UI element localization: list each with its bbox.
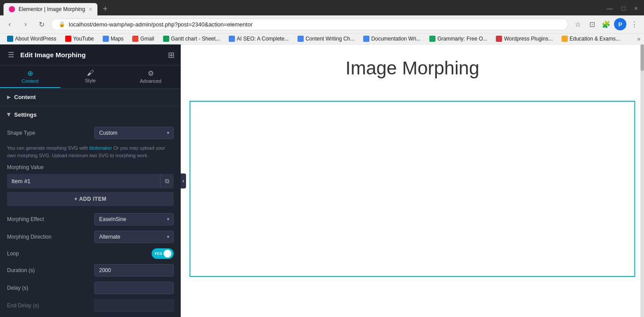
- morphing-effect-label: Morphing Effect: [7, 216, 94, 222]
- morphing-effect-select[interactable]: EaseInSine Linear EaseIn EaseOut: [94, 213, 174, 225]
- morphing-effect-select-wrapper: EaseInSine Linear EaseIn EaseOut: [94, 213, 174, 225]
- loop-toggle[interactable]: YES: [152, 248, 174, 259]
- tab-style[interactable]: 🖌 Style: [60, 66, 121, 88]
- canvas-area: Image Morphing ‹: [181, 44, 644, 317]
- shape-type-row: Shape Type Custom Preset: [7, 127, 174, 139]
- content-tab-label: Content: [22, 78, 39, 84]
- bookmark-content-writing[interactable]: Content Writing Ch...: [294, 35, 358, 43]
- bookmark-grammarly[interactable]: Grammarly: Free O...: [426, 35, 491, 43]
- forward-button[interactable]: ›: [19, 18, 32, 30]
- shape-type-select[interactable]: Custom Preset: [94, 127, 174, 139]
- item-copy-button[interactable]: ⧉: [160, 174, 174, 188]
- settings-section-label: Settings: [14, 111, 37, 118]
- bookmark-favicon: [298, 36, 304, 42]
- tab-bar: Elementor | Image Morphing × + — □ ×: [0, 0, 644, 15]
- profile-btn[interactable]: P: [614, 18, 626, 30]
- bookmark-label: Gantt chart - Sheet...: [171, 36, 220, 42]
- content-section-label: Content: [14, 94, 36, 100]
- bookmark-label: Grammarly: Free O...: [437, 36, 487, 42]
- help-text: You can generate morphing SVG with blobm…: [7, 144, 174, 159]
- end-delay-row: End Delay (s): [7, 299, 174, 312]
- bookmark-label: Gmail: [140, 36, 154, 42]
- settings-section-header[interactable]: ▶ Settings: [0, 106, 181, 123]
- morphing-effect-row: Morphing Effect EaseInSine Linear EaseIn…: [7, 213, 174, 225]
- toggle-yes-label: YES: [154, 251, 162, 256]
- morphing-direction-select-wrapper: Alternate Normal Reverse: [94, 231, 174, 243]
- panel-header: ☰ Edit Image Morphing ⊞: [0, 44, 181, 66]
- hamburger-button[interactable]: ☰: [6, 49, 16, 61]
- reload-button[interactable]: ↻: [35, 18, 48, 30]
- end-delay-control: [94, 299, 174, 312]
- style-tab-icon: 🖌: [87, 69, 94, 77]
- close-btn[interactable]: ×: [632, 4, 640, 13]
- bookmark-maps[interactable]: Maps: [99, 35, 127, 43]
- bookmark-label: Wordpress Plugins...: [504, 36, 553, 42]
- url-bar[interactable]: 🔒 localhost/demo-wamp/wp-admin/post.php?…: [51, 18, 568, 30]
- bookmark-wp-plugins[interactable]: Wordpress Plugins...: [492, 35, 556, 43]
- bookmark-favicon: [7, 36, 13, 42]
- add-item-button[interactable]: + ADD ITEM: [7, 192, 174, 206]
- bookmarks-more-btn[interactable]: »: [637, 35, 640, 42]
- loop-toggle-container: YES: [152, 248, 174, 259]
- bookmark-label: Maps: [111, 36, 123, 42]
- bookmark-label: AI SEO: A Complete...: [237, 36, 289, 42]
- end-delay-input[interactable]: [94, 299, 174, 312]
- scrollbar-thumb[interactable]: [640, 44, 644, 71]
- scrollbar-track: [640, 44, 644, 317]
- tab-advanced[interactable]: ⚙ Advanced: [120, 66, 181, 88]
- maximize-btn[interactable]: □: [619, 4, 628, 13]
- morphing-direction-select[interactable]: Alternate Normal Reverse: [94, 231, 174, 243]
- canvas-widget-box[interactable]: [190, 101, 635, 277]
- bookmark-star-btn[interactable]: ☆: [572, 18, 584, 30]
- delay-control: [94, 282, 174, 294]
- panel-collapse-handle[interactable]: ‹: [181, 173, 186, 188]
- bookmark-wordpress[interactable]: About WordPress: [4, 35, 60, 43]
- duration-input[interactable]: [94, 264, 174, 276]
- more-options-btn[interactable]: ⋮: [628, 18, 640, 30]
- shape-type-label: Shape Type: [7, 130, 94, 136]
- content-section-header[interactable]: ▶ Content: [0, 88, 181, 106]
- bookmark-favicon: [496, 36, 502, 42]
- advanced-tab-label: Advanced: [140, 78, 161, 84]
- active-tab[interactable]: Elementor | Image Morphing ×: [4, 3, 97, 15]
- duration-control: [94, 264, 174, 276]
- bookmark-gantt[interactable]: Gantt chart - Sheet...: [160, 35, 223, 43]
- loop-label: Loop: [7, 251, 152, 257]
- item-input[interactable]: [7, 174, 160, 188]
- settings-section: ▶ Settings Shape Type Custom Preset: [0, 106, 181, 317]
- duration-label: Duration (s): [7, 267, 94, 273]
- tab-close-btn[interactable]: ×: [89, 6, 92, 13]
- page-title: Image Morphing: [181, 44, 644, 92]
- bookmark-favicon: [562, 36, 568, 42]
- end-delay-label: End Delay (s): [7, 302, 94, 309]
- bookmark-youtube[interactable]: YouTube: [62, 35, 97, 43]
- item-row: ⧉: [7, 174, 174, 188]
- browser-chrome: Elementor | Image Morphing × + — □ × ‹ ›…: [0, 0, 644, 44]
- back-button[interactable]: ‹: [4, 18, 16, 30]
- cast-btn[interactable]: ⊡: [586, 18, 598, 30]
- delay-input[interactable]: [94, 282, 174, 294]
- morphing-direction-label: Morphing Direction: [7, 234, 94, 240]
- tab-content[interactable]: ⊕ Content: [0, 66, 60, 88]
- minimize-btn[interactable]: —: [604, 4, 615, 13]
- bookmark-education[interactable]: Education & Exams...: [558, 35, 624, 43]
- new-tab-button[interactable]: +: [99, 3, 111, 15]
- settings-collapse-arrow: ▶: [7, 113, 11, 117]
- url-text: localhost/demo-wamp/wp-admin/post.php?po…: [69, 21, 561, 28]
- panel-title: Edit Image Morphing: [20, 51, 168, 59]
- grid-button[interactable]: ⊞: [168, 50, 175, 60]
- advanced-tab-icon: ⚙: [148, 69, 154, 77]
- nav-bar: ‹ › ↻ 🔒 localhost/demo-wamp/wp-admin/pos…: [0, 15, 644, 33]
- bookmark-aiseo[interactable]: AI SEO: A Complete...: [225, 35, 292, 43]
- extensions-btn[interactable]: 🧩: [600, 18, 612, 30]
- content-collapse-arrow: ▶: [7, 95, 11, 100]
- elementor-panel: ☰ Edit Image Morphing ⊞ ⊕ Content 🖌 Styl…: [0, 44, 181, 317]
- bookmark-label: YouTube: [73, 36, 94, 42]
- bookmark-gmail[interactable]: Gmail: [129, 35, 157, 43]
- blobmaker-link[interactable]: blobmaker: [89, 145, 112, 151]
- morphing-value-label: Morphing Value: [7, 164, 174, 170]
- bookmark-documentation[interactable]: Documentation Wri...: [360, 35, 424, 43]
- bookmark-label: Education & Exams...: [570, 36, 620, 42]
- bookmark-label: Documentation Wri...: [371, 36, 421, 42]
- tab-favicon: [9, 6, 15, 12]
